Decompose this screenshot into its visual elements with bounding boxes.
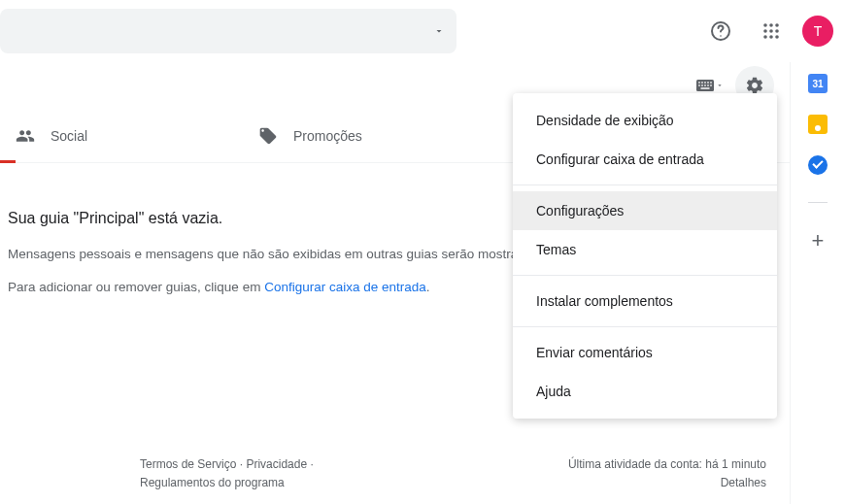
details-link[interactable]: Detalhes (721, 476, 766, 489)
menu-separator (513, 275, 777, 276)
menu-density[interactable]: Densidade de exibição (513, 101, 777, 140)
last-activity-text: Última atividade da conta: há 1 minuto (568, 457, 766, 471)
svg-point-5 (763, 29, 767, 33)
svg-rect-12 (698, 82, 700, 84)
privacy-link[interactable]: Privacidade (246, 457, 307, 471)
input-tools-icon[interactable] (696, 80, 724, 91)
tab-label: Promoções (293, 128, 362, 144)
svg-rect-21 (710, 84, 712, 86)
svg-point-6 (769, 29, 773, 33)
svg-point-7 (775, 29, 779, 33)
menu-help[interactable]: Ajuda (513, 372, 777, 411)
svg-rect-14 (704, 82, 706, 84)
svg-rect-18 (701, 84, 703, 86)
svg-point-3 (769, 23, 773, 27)
menu-settings[interactable]: Configurações (513, 191, 777, 230)
terms-link[interactable]: Termos de Serviço (140, 457, 236, 471)
svg-rect-19 (704, 84, 706, 86)
tab-social[interactable]: Social (0, 109, 243, 162)
svg-point-10 (775, 35, 779, 39)
program-policies-link[interactable]: Regulamentos do programa (140, 476, 285, 489)
calendar-icon[interactable] (808, 74, 828, 93)
tasks-icon[interactable] (808, 155, 828, 175)
svg-rect-22 (701, 87, 710, 89)
menu-separator (513, 185, 777, 185)
menu-separator (513, 326, 777, 327)
apps-grid-icon[interactable] (752, 12, 791, 50)
svg-rect-16 (710, 82, 712, 84)
tab-label: Social (51, 128, 87, 144)
menu-configure-inbox[interactable]: Configurar caixa de entrada (513, 140, 777, 179)
svg-rect-15 (707, 82, 709, 84)
svg-point-8 (763, 35, 767, 39)
search-dropdown-icon[interactable] (433, 25, 445, 37)
settings-menu: Densidade de exibição Configurar caixa d… (513, 93, 777, 419)
svg-point-2 (763, 23, 767, 27)
help-icon[interactable] (701, 12, 740, 50)
tab-promotions[interactable]: Promoções (243, 109, 486, 162)
menu-themes[interactable]: Temas (513, 230, 777, 269)
side-separator (808, 202, 828, 203)
active-tab-indicator (0, 160, 16, 163)
menu-addons[interactable]: Instalar complementos (513, 282, 777, 320)
avatar[interactable]: T (802, 16, 833, 47)
keep-icon[interactable] (808, 115, 828, 134)
configure-inbox-link[interactable]: Configurar caixa de entrada (264, 280, 426, 294)
footer-left: Termos de Serviço · Privacidade · Regula… (23, 455, 354, 492)
menu-feedback[interactable]: Enviar comentários (513, 333, 777, 372)
svg-rect-17 (698, 84, 700, 86)
svg-point-9 (769, 35, 773, 39)
svg-point-1 (720, 35, 722, 37)
search-box[interactable] (0, 9, 456, 53)
svg-rect-20 (707, 84, 709, 86)
svg-point-4 (775, 23, 779, 27)
footer-right: Última atividade da conta: há 1 minuto D… (568, 455, 766, 492)
side-panel: + (791, 62, 845, 504)
people-icon (16, 126, 35, 146)
add-addon-icon[interactable]: + (812, 230, 825, 252)
tag-icon (258, 126, 278, 146)
svg-rect-13 (701, 82, 703, 84)
